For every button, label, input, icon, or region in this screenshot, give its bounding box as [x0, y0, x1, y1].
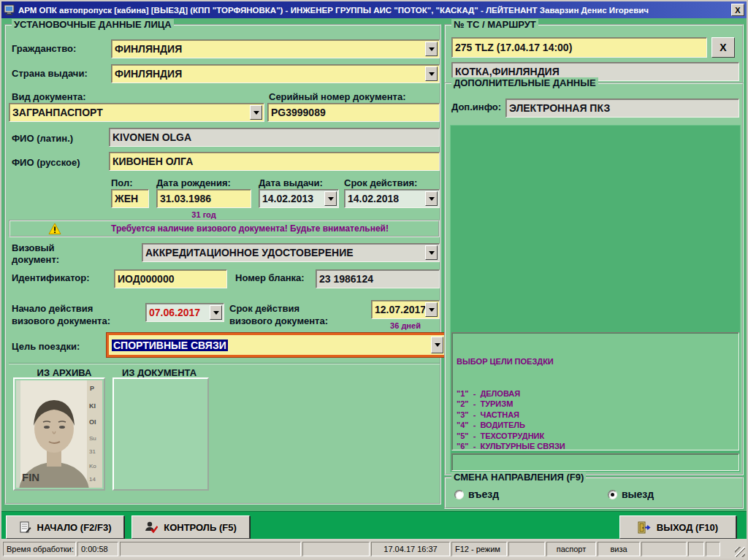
- visa-warning-banner: Требуется наличие визового документа! Бу…: [9, 220, 440, 237]
- visa-start-date-picker[interactable]: 07.06.2017: [145, 303, 224, 322]
- citizenship-combobox[interactable]: ФИНЛЯНДИЯ: [111, 39, 440, 58]
- direction-exit-radio[interactable]: выезд: [608, 488, 654, 500]
- additional-info-value: ЭЛЕКТРОННАЯ ПКЗ: [509, 102, 610, 114]
- sex-field[interactable]: ЖЕН: [111, 189, 149, 208]
- issue-country-label: Страна выдачи:: [12, 68, 88, 79]
- resize-grip[interactable]: [735, 547, 745, 557]
- warning-text: Требуется наличие визового документа! Бу…: [61, 223, 438, 234]
- issue-date-label: Дата выдачи:: [259, 177, 323, 188]
- svg-text:14: 14: [89, 476, 96, 483]
- chevron-down-icon[interactable]: [324, 191, 337, 206]
- statusbar-cell: [302, 542, 370, 556]
- photo-archive-label: ИЗ АРХИВА: [28, 367, 101, 378]
- doc-type-combobox[interactable]: ЗАГРАНПАСПОРТ: [9, 103, 264, 122]
- statusbar-cell: [120, 542, 301, 556]
- chevron-down-icon[interactable]: [425, 42, 438, 56]
- entry-radio-label: въезд: [468, 488, 499, 500]
- name-latin-field[interactable]: KIVONEN OLGA: [109, 128, 440, 147]
- empty-listbox: [451, 453, 739, 471]
- archive-photo: P KI OI Su 31 Ko 14: [13, 377, 105, 491]
- app-window: АРМ ОПК автопропуск [кабина] [ВЫЕЗД] (КП…: [0, 0, 748, 560]
- statusbar-cell: [508, 542, 545, 556]
- purpose-list-item[interactable]: "3" - ЧАСТНАЯ: [457, 410, 734, 421]
- close-icon[interactable]: X: [731, 4, 744, 16]
- purpose-value: СПОРТИВНЫЕ СВЯЗИ: [112, 340, 228, 351]
- issue-country-combobox[interactable]: ФИНЛЯНДИЯ: [111, 64, 440, 83]
- svg-text:P: P: [90, 385, 94, 392]
- blank-number-value: 23 1986124: [319, 273, 373, 285]
- purpose-list-item[interactable]: "2" - ТУРИЗМ: [457, 399, 734, 410]
- identifier-field[interactable]: ИОД000000: [114, 269, 227, 288]
- expiry-date-picker[interactable]: 14.02.2018: [344, 189, 440, 208]
- age-note: 31 год: [156, 210, 251, 219]
- chevron-down-icon[interactable]: [425, 191, 438, 206]
- vehicle-group-title: № ТС / МАРШРУТ: [451, 19, 538, 30]
- visa-end-value: 12.07.2017: [375, 304, 426, 315]
- start-button[interactable]: НАЧАЛО (F2/F3): [6, 515, 124, 539]
- statusbar-cell: [641, 542, 687, 556]
- start-icon: [19, 521, 31, 533]
- chevron-down-icon[interactable]: [425, 66, 438, 81]
- visa-days-note: 36 дней: [371, 321, 440, 330]
- person-group-title: УСТАНОВОЧНЫЕ ДАННЫЕ ЛИЦА: [12, 19, 174, 30]
- additional-info-field[interactable]: ЭЛЕКТРОННАЯ ПКЗ: [505, 99, 739, 118]
- vehicle-plate-field[interactable]: 275 TLZ (17.04.17 14:00): [451, 37, 707, 58]
- control-button[interactable]: КОНТРОЛЬ (F5): [131, 515, 250, 539]
- purpose-list-item[interactable]: "1" - ДЕЛОВАЯ: [457, 388, 734, 399]
- purpose-combobox[interactable]: СПОРТИВНЫЕ СВЯЗИ: [109, 335, 445, 355]
- vehicle-groupbox: № ТС / МАРШРУТ 275 TLZ (17.04.17 14:00) …: [444, 24, 744, 85]
- doc-number-value: PG3999089: [271, 107, 326, 118]
- sex-value: ЖЕН: [115, 193, 138, 204]
- statusbar-mode: F12 - режим: [451, 542, 507, 556]
- purpose-list-item[interactable]: "6" - КУЛЬТУРНЫЕ СВЯЗИ: [457, 441, 734, 452]
- photo-caption: FIN: [22, 471, 39, 483]
- expiry-date-label: Срок действия:: [344, 177, 417, 188]
- issue-country-value: ФИНЛЯНДИЯ: [115, 68, 182, 80]
- blank-number-field[interactable]: 23 1986124: [316, 269, 440, 288]
- statusbar-cell: [688, 542, 704, 556]
- visa-doc-label-line1: Визовый: [12, 242, 55, 253]
- citizenship-value: ФИНЛЯНДИЯ: [115, 43, 182, 55]
- purpose-label: Цель поездки:: [12, 341, 80, 352]
- route-value: КОТКА,ФИНЛЯНДИЯ: [455, 66, 560, 77]
- chevron-down-icon[interactable]: [425, 302, 438, 317]
- visa-start-value: 07.06.2017: [149, 307, 200, 318]
- direction-entry-radio[interactable]: въезд: [454, 488, 499, 500]
- visa-doc-label-line2: документ:: [12, 254, 59, 265]
- purpose-list-item[interactable]: "5" - ТЕХСОТРУДНИК: [457, 431, 734, 442]
- radio-icon[interactable]: [454, 490, 464, 499]
- doc-number-field[interactable]: PG3999089: [267, 103, 440, 122]
- visa-doc-combobox[interactable]: АККРЕДИТАЦИОННОЕ УДОСТОВЕРЕНИЕ: [142, 243, 440, 262]
- svg-text:KI: KI: [89, 402, 96, 410]
- vehicle-plate-value: 275 TLZ (17.04.17 14:00): [455, 42, 572, 53]
- exit-radio-label: выезд: [622, 488, 654, 500]
- chevron-down-icon[interactable]: [431, 337, 443, 353]
- radio-checked-icon[interactable]: [608, 490, 617, 499]
- svg-text:OI: OI: [89, 418, 96, 426]
- name-latin-value: KIVONEN OLGA: [112, 131, 191, 143]
- direction-group-title: СМЕНА НАПРАВЛЕНИЯ (F9): [451, 472, 586, 483]
- vehicle-clear-button[interactable]: X: [711, 37, 735, 58]
- issue-date-picker[interactable]: 14.02.2013: [259, 189, 339, 208]
- purpose-list-title: ВЫБОР ЦЕЛИ ПОЕЗДКИ: [457, 356, 734, 367]
- control-icon: [145, 521, 158, 533]
- expiry-date-value2: 14.02.2018: [348, 193, 399, 204]
- name-russian-label: ФИО (русское): [12, 157, 80, 168]
- visa-end-label-line1: Срок действия: [229, 303, 299, 314]
- warning-icon: [48, 223, 61, 235]
- doc-type-value: ЗАГРАНПАСПОРТ: [12, 107, 103, 118]
- exit-button[interactable]: ВЫХОД (F10): [619, 515, 736, 539]
- purpose-help-listbox: ВЫБОР ЦЕЛИ ПОЕЗДКИ "1" - ДЕЛОВАЯ"2" - ТУ…: [451, 332, 739, 450]
- doc-type-label: Вид документа:: [12, 91, 86, 102]
- visa-end-date-picker[interactable]: 12.07.2017: [371, 300, 440, 319]
- window-title: АРМ ОПК автопропуск [кабина] [ВЫЕЗД] (КП…: [18, 6, 728, 15]
- exit-icon: [638, 521, 651, 534]
- chevron-down-icon[interactable]: [250, 105, 262, 120]
- chevron-down-icon[interactable]: [425, 245, 438, 260]
- chevron-down-icon[interactable]: [210, 305, 222, 320]
- birth-date-field[interactable]: 31.03.1986: [156, 189, 251, 208]
- name-russian-field[interactable]: КИВОНЕН ОЛГА: [109, 152, 440, 171]
- app-icon: [4, 4, 15, 15]
- visa-start-label-line1: Начало действия: [12, 303, 93, 314]
- purpose-list-item[interactable]: "4" - ВОДИТЕЛЬ: [457, 420, 734, 431]
